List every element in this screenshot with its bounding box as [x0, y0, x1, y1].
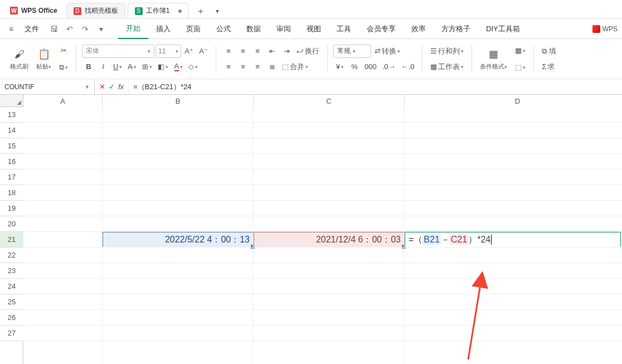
align-center-button[interactable]: ≡: [236, 60, 250, 74]
tab-view[interactable]: 视图: [299, 19, 329, 39]
align-right-button[interactable]: ≡: [251, 60, 264, 74]
tab-efficiency[interactable]: 效率: [404, 19, 434, 39]
row-header-17[interactable]: 17: [0, 169, 23, 185]
redo-icon[interactable]: ↷: [80, 25, 90, 33]
menubar: ≡ 文件 🖫 ↶ ↷ ▾ 开始 插入 页面 公式 数据 审阅 视图 工具 会员专…: [0, 19, 622, 39]
col-header-d[interactable]: D: [405, 95, 622, 107]
align-left-button[interactable]: ≡: [222, 60, 235, 74]
new-tab-button[interactable]: ＋: [193, 4, 208, 18]
row-header-16[interactable]: 16: [0, 154, 23, 169]
tab-page[interactable]: 页面: [178, 19, 208, 39]
row-header-24[interactable]: 24: [0, 279, 23, 294]
format-painter-button[interactable]: 🖌格式刷: [8, 47, 31, 71]
row-header-14[interactable]: 14: [0, 123, 23, 138]
row-header-19[interactable]: 19: [0, 201, 23, 216]
fx-button[interactable]: fx: [118, 82, 124, 91]
row-header-27[interactable]: 27: [0, 326, 23, 341]
row-header-15[interactable]: 15: [0, 138, 23, 154]
tab-menu-button[interactable]: ▾: [210, 4, 225, 18]
wrap-button[interactable]: ⮐ 换行: [294, 45, 322, 58]
cell-b21[interactable]: 2022/5/22 4：00：13: [103, 232, 254, 247]
cell-area[interactable]: 2022/5/22 4：00：13 2021/12/4 6：00：03 =（B2…: [23, 107, 622, 364]
indent-dec-button[interactable]: ⇤: [265, 45, 279, 58]
merge-button[interactable]: ⬚ 合并▾: [280, 60, 310, 74]
italic-button[interactable]: I: [96, 60, 110, 74]
align-middle-button[interactable]: ≡: [236, 45, 250, 58]
tab-diy[interactable]: DIY工具箱: [478, 19, 528, 39]
number-format-combo[interactable]: 常规▾: [333, 45, 371, 58]
underline-button[interactable]: U▾: [111, 60, 124, 74]
row-header-20[interactable]: 20: [0, 216, 23, 232]
accept-formula-button[interactable]: ✓: [109, 82, 115, 91]
bold-button[interactable]: B: [82, 60, 95, 74]
font-name-combo[interactable]: 宋体▾: [82, 45, 154, 58]
cut-button[interactable]: ✂: [57, 44, 70, 57]
row-header-13[interactable]: 13: [0, 107, 23, 123]
row-header-22[interactable]: 22: [0, 247, 23, 263]
workbook-tab[interactable]: S 工作簿1: [128, 3, 189, 18]
font-size-combo[interactable]: 11▾: [156, 45, 181, 58]
copy-button[interactable]: ⧉▾: [57, 61, 70, 74]
col-header-a[interactable]: A: [23, 95, 103, 107]
wps-ai[interactable]: WPS: [592, 25, 618, 33]
tab-formula[interactable]: 公式: [208, 19, 239, 39]
align-top-button[interactable]: ≡: [222, 45, 235, 58]
thousands-button[interactable]: 000: [362, 60, 379, 74]
template-tab[interactable]: D 找稻壳模板: [66, 3, 125, 18]
save-icon[interactable]: 🖫: [49, 25, 59, 33]
sum-button[interactable]: Σ 求: [540, 60, 557, 74]
worksheet-button[interactable]: ▦ 工作表▾: [428, 60, 466, 74]
fill-color-button[interactable]: ◧▾: [156, 60, 171, 74]
spreadsheet-grid[interactable]: ABCD 131415161718192021222324252627 2022…: [0, 95, 622, 364]
currency-button[interactable]: ¥▾: [333, 60, 347, 74]
tab-review[interactable]: 审阅: [269, 19, 299, 39]
row-header-26[interactable]: 26: [0, 310, 23, 326]
tab-start[interactable]: 开始: [118, 19, 148, 39]
cell-d21[interactable]: =（B21－C21）*24: [405, 232, 621, 247]
tab-member[interactable]: 会员专享: [359, 19, 404, 39]
justify-button[interactable]: ≣: [265, 60, 279, 74]
formula-input[interactable]: =（B21-C21）*24: [129, 79, 622, 94]
tab-tools[interactable]: 工具: [329, 19, 359, 39]
dec-dec-button[interactable]: ←.0: [399, 60, 417, 74]
col-header-c[interactable]: C: [254, 95, 405, 107]
convert-button[interactable]: ⇄ 转换▾: [372, 45, 402, 58]
name-box-value: COUNTIF: [4, 83, 34, 91]
wps-ai-icon: [592, 25, 600, 33]
tab-data[interactable]: 数据: [239, 19, 269, 39]
file-menu[interactable]: 文件: [19, 19, 45, 39]
clear-format-button[interactable]: ◇▾: [186, 60, 200, 74]
undo-icon[interactable]: ↶: [65, 25, 75, 33]
app-tab: W WPS Office: [3, 3, 64, 18]
col-header-b[interactable]: B: [103, 95, 254, 107]
group-button[interactable]: ⧉ 填: [540, 45, 558, 58]
cell-style-button[interactable]: ▦▾: [513, 44, 528, 57]
paste-button[interactable]: 📋粘贴▾: [34, 47, 54, 71]
row-header-18[interactable]: 18: [0, 185, 23, 201]
cell-c21[interactable]: 2021/12/4 6：00：03: [254, 232, 405, 247]
row-header-21[interactable]: 21: [0, 232, 23, 247]
qat-more-icon[interactable]: ▾: [96, 25, 106, 33]
row-header-25[interactable]: 25: [0, 294, 23, 310]
name-box[interactable]: COUNTIF ▼: [0, 79, 95, 94]
rows-cols-button[interactable]: ☰ 行和列▾: [428, 45, 466, 58]
chevron-down-icon: ▼: [85, 84, 90, 90]
table-style-button[interactable]: ⬚▾: [513, 61, 528, 74]
cancel-formula-button[interactable]: ✕: [99, 82, 105, 91]
percent-button[interactable]: %: [348, 60, 361, 74]
decrease-font-button[interactable]: A⁻: [197, 45, 210, 58]
row-header-23[interactable]: 23: [0, 263, 23, 279]
cond-format-button[interactable]: ▦条件格式▾: [478, 47, 509, 71]
font-color-button[interactable]: A▾: [172, 60, 185, 74]
tab-ffgz[interactable]: 方方格子: [434, 19, 478, 39]
hamburger-icon[interactable]: ≡: [4, 25, 18, 33]
align-bottom-button[interactable]: ≡: [251, 45, 264, 58]
tab-insert[interactable]: 插入: [148, 19, 178, 39]
copy-icon: ⧉: [59, 63, 64, 72]
border-button[interactable]: ⊞▾: [140, 60, 154, 74]
indent-inc-button[interactable]: ⇥: [280, 45, 293, 58]
strike-button[interactable]: A̶▾: [125, 60, 139, 74]
row-headers: 131415161718192021222324252627: [0, 95, 23, 364]
increase-font-button[interactable]: A⁺: [182, 45, 196, 58]
dec-inc-button[interactable]: .0→: [380, 60, 398, 74]
